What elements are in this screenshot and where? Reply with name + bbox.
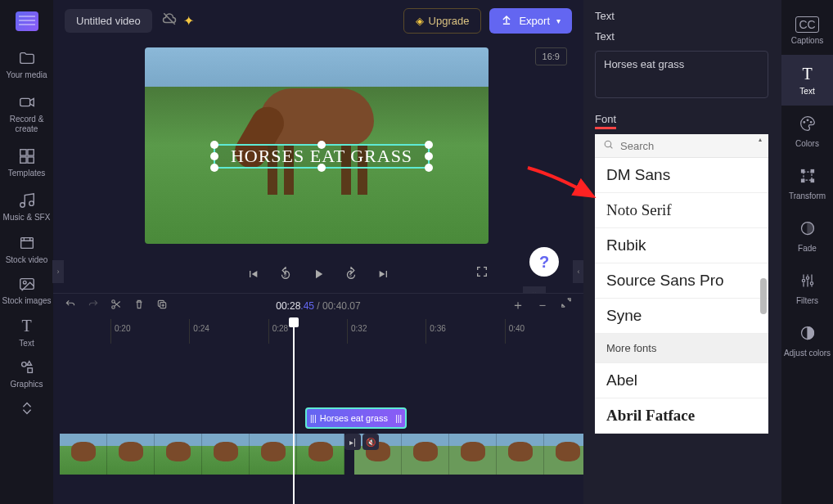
timeline-tracks[interactable]: ||| Horses eat grass ||| ▸| 🔇 (53, 344, 583, 504)
nav-label: Stock images (2, 296, 51, 306)
text-content-input[interactable] (595, 51, 768, 98)
tab-label: Text (799, 87, 814, 96)
nav-stock-images[interactable]: Stock images (0, 270, 53, 311)
svg-rect-23 (811, 170, 813, 173)
text-clip[interactable]: ||| Horses eat grass ||| (305, 407, 407, 429)
aspect-ratio-badge[interactable]: 16:9 (535, 47, 567, 65)
skip-end-icon[interactable] (376, 267, 391, 281)
svg-rect-22 (801, 170, 804, 173)
tab-fade[interactable]: Fade (781, 210, 833, 263)
redo-icon[interactable] (88, 299, 99, 313)
duplicate-icon[interactable] (156, 299, 168, 313)
delete-icon[interactable] (133, 299, 145, 313)
preview-content (235, 64, 398, 195)
clip-grip-right-icon[interactable]: ||| (395, 414, 402, 423)
expand-left-icon[interactable]: › (52, 260, 64, 283)
font-list[interactable]: DM Sans Noto Serif Rubik Source Sans Pro… (595, 158, 768, 434)
image-icon (18, 275, 36, 293)
text-overlay-selection[interactable]: Horses eat grass (214, 144, 430, 169)
svg-rect-11 (27, 368, 31, 373)
zoom-in-icon[interactable]: ＋ (511, 297, 525, 314)
tab-adjust-colors[interactable]: Adjust colors (781, 315, 833, 367)
search-icon (603, 139, 614, 152)
svg-rect-21 (804, 172, 812, 180)
folder-icon (18, 49, 36, 67)
resize-handle-e[interactable] (425, 152, 433, 160)
mute-icon[interactable]: 🔇 (362, 434, 379, 450)
resize-handle-w[interactable] (210, 152, 218, 160)
font-option-abel[interactable]: Abel (595, 363, 768, 398)
split-icon[interactable] (110, 299, 122, 313)
left-sidebar: Your media Record & create Templates Mus… (0, 0, 53, 504)
filters-icon (799, 272, 816, 293)
nav-more[interactable] (0, 394, 53, 425)
right-sidebar: CC Captions T Text Colors Transform Fade… (781, 0, 833, 504)
font-option-source-sans[interactable]: Source Sans Pro (595, 263, 768, 299)
timeline-ruler[interactable]: 0:20 0:24 0:28 0:32 0:36 0:40 (53, 319, 583, 344)
nav-your-media[interactable]: Your media (0, 43, 53, 87)
svg-point-28 (806, 277, 808, 279)
clip-grip-left-icon[interactable]: ||| (310, 414, 317, 423)
svg-rect-0 (20, 98, 29, 106)
nav-label: Text (19, 339, 34, 349)
app-logo (16, 11, 38, 31)
svg-rect-4 (27, 157, 33, 163)
tab-filters[interactable]: Filters (781, 263, 833, 315)
font-more-fonts[interactable]: More fonts (595, 334, 768, 363)
tab-label: Captions (791, 36, 823, 45)
video-clip-1[interactable] (60, 434, 344, 475)
text-icon: T (802, 65, 812, 83)
tab-label: Fade (798, 244, 817, 253)
zoom-fit-icon[interactable] (561, 297, 572, 314)
text-clip-label: Horses eat grass (320, 413, 392, 423)
skip-start-icon[interactable] (245, 267, 260, 281)
palette-icon (799, 115, 816, 136)
forward-5-icon[interactable]: 5 (344, 267, 358, 281)
font-option-noto-serif[interactable]: Noto Serif (595, 193, 768, 228)
resize-handle-nw[interactable] (210, 141, 218, 149)
tab-captions[interactable]: CC Captions (781, 7, 833, 55)
ruler-tick: 0:40 (505, 319, 583, 344)
export-button[interactable]: Export ▾ (489, 8, 572, 34)
nav-templates[interactable]: Templates (0, 141, 53, 185)
svg-point-17 (605, 141, 611, 147)
fade-icon (799, 220, 816, 241)
tab-label: Transform (789, 191, 826, 200)
fullscreen-icon[interactable] (475, 265, 489, 281)
font-option-rubik[interactable]: Rubik (595, 228, 768, 263)
tab-label: Colors (795, 139, 819, 148)
transition-icon[interactable]: ▸| (344, 434, 361, 450)
tab-colors[interactable]: Colors (781, 106, 833, 158)
svg-rect-24 (801, 179, 804, 182)
playhead[interactable] (293, 319, 295, 504)
upgrade-button[interactable]: ◈ Upgrade (403, 8, 482, 34)
undo-icon[interactable] (65, 299, 76, 313)
resize-handle-se[interactable] (425, 164, 433, 172)
zoom-out-icon[interactable]: － (536, 297, 549, 314)
nav-stock-video[interactable]: Stock video (0, 229, 53, 270)
rewind-5-icon[interactable]: 5 (278, 267, 293, 281)
sparkle-icon: ✦ (183, 13, 194, 29)
scrollbar-thumb[interactable] (760, 278, 767, 314)
font-search-input[interactable] (620, 140, 760, 152)
font-option-syne[interactable]: Syne (595, 299, 768, 334)
nav-record-create[interactable]: Record & create (0, 87, 53, 141)
resize-handle-ne[interactable] (425, 141, 433, 149)
resize-handle-s[interactable] (317, 164, 326, 172)
play-icon[interactable] (311, 267, 326, 281)
tab-text[interactable]: T Text (781, 55, 833, 106)
tab-transform[interactable]: Transform (781, 158, 833, 210)
resize-handle-sw[interactable] (210, 164, 218, 172)
nav-graphics[interactable]: Graphics (0, 353, 53, 394)
total-time: 00:40 (322, 300, 347, 312)
video-preview[interactable]: Horses eat grass (145, 47, 489, 244)
nav-text[interactable]: T Text (0, 311, 53, 353)
resize-handle-n[interactable] (317, 141, 326, 149)
nav-music-sfx[interactable]: Music & SFX (0, 185, 53, 229)
project-title[interactable]: Untitled video (65, 9, 152, 33)
video-clip-2[interactable] (354, 434, 592, 475)
font-option-abril[interactable]: Abril Fatface (595, 398, 768, 434)
expand-right-icon[interactable]: ‹ (573, 260, 584, 283)
font-option-dm-sans[interactable]: DM Sans (595, 158, 768, 193)
scrollbar-up-icon[interactable]: ▴ (759, 136, 767, 142)
